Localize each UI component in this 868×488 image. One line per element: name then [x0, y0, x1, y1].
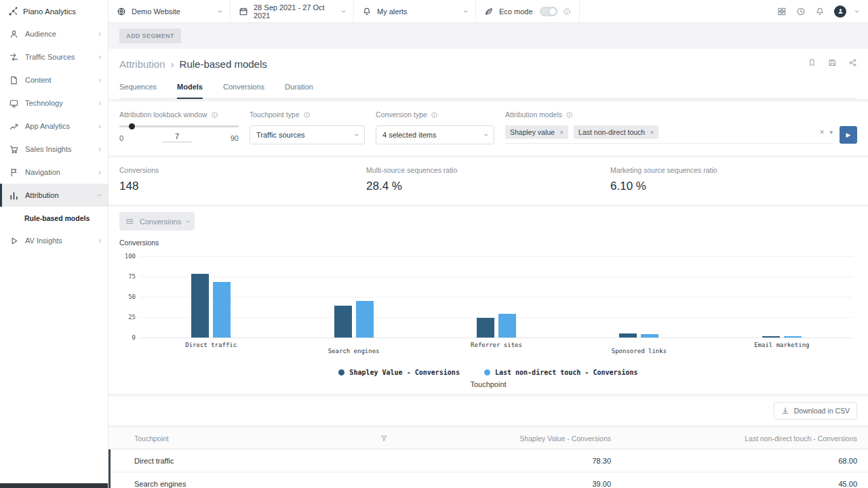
- info-icon[interactable]: [431, 111, 438, 119]
- breadcrumb-parent[interactable]: Attribution: [119, 58, 165, 70]
- remove-tag-icon[interactable]: ×: [650, 128, 654, 136]
- remove-tag-icon[interactable]: ×: [559, 128, 564, 136]
- save-icon[interactable]: [828, 58, 837, 67]
- sidebar-item-technology[interactable]: Technology ›: [0, 92, 108, 115]
- lookback-slider[interactable]: [119, 125, 239, 127]
- bar-series-0[interactable]: [477, 318, 494, 338]
- sidebar-collapse-bar[interactable]: [0, 483, 108, 488]
- info-icon[interactable]: [303, 111, 311, 119]
- sidebar-item-av-insights[interactable]: AV Insights ›: [0, 229, 108, 252]
- kpi-multi-source-ratio: Multi-source sequences ratio 28.4 %: [366, 166, 610, 193]
- chevron-right-icon: ›: [98, 98, 101, 108]
- bar-series-1[interactable]: [356, 301, 374, 338]
- attribution-models-field[interactable]: Shapley value × Last non-direct touch × …: [505, 125, 833, 144]
- model-tag: Shapley value ×: [505, 125, 568, 139]
- sidebar-item-app-analytics[interactable]: App Analytics ›: [0, 115, 108, 138]
- bar-series-1[interactable]: [641, 334, 658, 338]
- sidebar-item-sales-insights[interactable]: Sales Insights ›: [0, 138, 108, 161]
- kpi-label: Marketing source sequences ratio: [610, 166, 857, 174]
- list-icon: [125, 217, 134, 226]
- content-icon: [9, 75, 19, 85]
- apply-filters-button[interactable]: ▶: [840, 126, 857, 144]
- legend-dot: [338, 369, 344, 375]
- eco-mode-toggle[interactable]: [540, 7, 557, 16]
- site-selector[interactable]: Demo Website ›: [108, 0, 231, 22]
- notifications-bell-icon[interactable]: [815, 7, 825, 16]
- bar-series-1[interactable]: [213, 282, 231, 338]
- chevron-down-icon: ›: [353, 134, 361, 136]
- page-title: Rule-based models: [180, 58, 267, 70]
- sidebar-item-navigation[interactable]: Navigation ›: [0, 161, 108, 184]
- tab-sequences[interactable]: Sequences: [119, 79, 157, 98]
- chevron-right-icon: ›: [98, 144, 101, 154]
- sidebar-item-rule-based-models[interactable]: Rule-based models: [0, 207, 108, 229]
- brand[interactable]: Piano Analytics: [0, 0, 108, 22]
- cell-value: 68.00: [622, 457, 868, 465]
- column-header-touchpoint[interactable]: Touchpoint: [108, 434, 376, 443]
- table-row[interactable]: Search engines39.0045.00: [108, 472, 868, 488]
- sidebar-item-label: Attribution: [25, 191, 59, 199]
- history-icon[interactable]: [796, 7, 806, 16]
- lookback-value-input[interactable]: [162, 132, 192, 142]
- download-csv-label: Download in CSV: [794, 407, 850, 415]
- tab-duration[interactable]: Duration: [285, 79, 313, 98]
- sidebar-item-audience[interactable]: Audience ›: [0, 22, 108, 45]
- bar-series-0[interactable]: [762, 336, 780, 338]
- bar-category-label: Search engines: [328, 348, 380, 354]
- kpi-marketing-source-ratio: Marketing source sequences ratio 6.10 %: [610, 166, 857, 193]
- kpi-conversions: Conversions 148: [119, 166, 366, 193]
- chevron-down-icon[interactable]: ›: [853, 10, 861, 13]
- legend-item[interactable]: Shapley Value - Conversions: [338, 369, 460, 376]
- filter-funnel-icon[interactable]: [380, 434, 388, 442]
- download-csv-button[interactable]: Download in CSV: [774, 402, 857, 420]
- bar-series-0[interactable]: [191, 274, 209, 338]
- tab-models[interactable]: Models: [177, 79, 203, 99]
- pin-icon[interactable]: [808, 58, 816, 67]
- sidebar-item-traffic-sources[interactable]: Traffic Sources ›: [0, 45, 108, 68]
- sidebar-item-attribution[interactable]: Attribution ›: [0, 184, 108, 207]
- bar-category-label: Email marketing: [754, 342, 809, 348]
- date-range-picker[interactable]: 28 Sep 2021 - 27 Oct 2021 ›: [231, 0, 354, 22]
- bar-category-label: Sponsored links: [612, 348, 667, 354]
- sidebar-item-content[interactable]: Content ›: [0, 68, 108, 92]
- bar-series-1[interactable]: [784, 336, 802, 338]
- bar-group: Search engines: [282, 256, 425, 338]
- y-tick-label: 75: [119, 273, 136, 280]
- info-icon[interactable]: [211, 111, 218, 119]
- kpi-value: 6.10 %: [610, 180, 857, 193]
- chart-legend: Shapley Value - ConversionsLast non-dire…: [119, 369, 857, 376]
- slider-knob[interactable]: [129, 123, 135, 129]
- apps-grid-icon[interactable]: [777, 7, 787, 16]
- gridline: 0: [140, 338, 853, 338]
- chevron-down-icon[interactable]: ▾: [829, 129, 833, 136]
- attribution-models-label: Attribution models: [505, 110, 562, 119]
- column-header-label: Shapley Value - Conversions: [519, 434, 611, 443]
- chevron-right-icon: ›: [98, 52, 101, 62]
- metric-selector[interactable]: Conversions ›: [119, 212, 195, 230]
- navigation-icon: [9, 167, 19, 178]
- table-row[interactable]: Direct traffic78.3068.00: [108, 449, 868, 472]
- info-icon[interactable]: [566, 111, 573, 119]
- bar-series-1[interactable]: [498, 314, 516, 338]
- share-icon[interactable]: [848, 58, 857, 67]
- kpi-value: 148: [119, 180, 366, 193]
- legend-item[interactable]: Last non-direct touch - Conversions: [484, 369, 638, 376]
- column-header-shapley[interactable]: Shapley Value - Conversions: [376, 434, 622, 443]
- clear-all-icon[interactable]: ×: [819, 127, 824, 137]
- alerts-selector[interactable]: My alerts ›: [354, 0, 476, 22]
- conversion-type-select[interactable]: 4 selected items ›: [376, 125, 494, 144]
- chevron-down-icon: ›: [216, 10, 224, 13]
- chevron-down-icon: ›: [184, 220, 191, 222]
- y-tick-label: 50: [119, 293, 136, 300]
- tab-conversions[interactable]: Conversions: [223, 79, 264, 98]
- touchpoint-type-select[interactable]: Traffic sources ›: [250, 125, 365, 144]
- bar-series-0[interactable]: [334, 306, 352, 338]
- top-bar: Demo Website › 28 Sep 2021 - 27 Oct 2021…: [108, 0, 868, 23]
- column-header-last-non-direct[interactable]: Last non-direct touch - Conversions: [622, 434, 868, 443]
- add-segment-button[interactable]: ADD SEGMENT: [119, 28, 181, 43]
- table-scrollbar[interactable]: [108, 449, 111, 488]
- info-icon[interactable]: [563, 7, 571, 16]
- bar-series-0[interactable]: [619, 333, 637, 338]
- user-avatar[interactable]: [834, 5, 846, 18]
- eco-mode-group: Eco mode: [476, 0, 580, 22]
